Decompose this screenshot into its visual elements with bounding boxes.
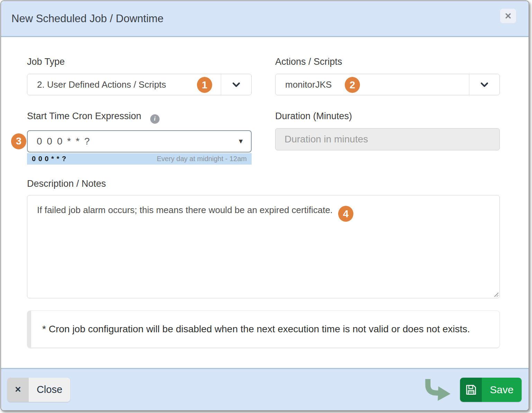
save-floppy-icon [465, 384, 477, 396]
dialog-title: New Scheduled Job / Downtime [11, 12, 163, 25]
duration-label: Duration (Minutes) [275, 111, 500, 122]
cron-hint-expression: 0 0 0 * * ? [32, 155, 66, 163]
job-type-label: Job Type [27, 56, 252, 67]
cron-note-text: * Cron job configuration will be disable… [42, 324, 470, 335]
dialog-header: New Scheduled Job / Downtime ✕ [1, 1, 529, 37]
chevron-down-icon [232, 80, 241, 89]
description-text: If failed job alarm occurs; this means t… [37, 205, 333, 215]
job-type-caret-segment[interactable] [221, 74, 251, 95]
job-type-value: 2. User Defined Actions / Scripts [27, 79, 166, 90]
duration-field: Duration (Minutes) [275, 111, 500, 165]
actions-scripts-field: Actions / Scripts monitorJKS 2 [275, 56, 500, 95]
info-icon[interactable]: i [150, 114, 160, 124]
curved-arrow-icon [422, 377, 452, 402]
cron-label: Start Time Cron Expression [27, 111, 141, 121]
close-x-icon: ✕ [7, 378, 29, 402]
cron-expression-input[interactable] [27, 130, 252, 152]
step-badge-4: 4 [338, 206, 353, 222]
actions-scripts-label: Actions / Scripts [275, 56, 500, 67]
job-type-select[interactable]: 2. User Defined Actions / Scripts 1 [27, 74, 252, 95]
job-type-field: Job Type 2. User Defined Actions / Scrip… [27, 56, 252, 95]
actions-scripts-select[interactable]: monitorJKS 2 [275, 74, 500, 95]
description-textarea[interactable]: If failed job alarm occurs; this means t… [27, 195, 500, 298]
cron-input-wrap: 3 ▼ [27, 130, 252, 152]
save-button[interactable]: Save [460, 378, 522, 402]
chevron-down-icon [480, 80, 489, 89]
step-badge-1: 1 [197, 77, 212, 93]
dialog-footer: ✕ Close Save [1, 368, 529, 410]
actions-scripts-value: monitorJKS [276, 79, 332, 90]
step-badge-2: 2 [345, 77, 360, 93]
cron-field: Start Time Cron Expression i 3 ▼ 0 0 0 *… [27, 111, 252, 165]
step-badge-3: 3 [11, 133, 26, 149]
cron-note-box: * Cron job configuration will be disable… [27, 310, 500, 348]
new-scheduled-job-dialog: New Scheduled Job / Downtime ✕ Job Type … [0, 0, 529, 411]
save-button-label: Save [482, 378, 522, 402]
close-button-label: Close [29, 378, 70, 402]
close-button[interactable]: ✕ Close [7, 378, 70, 402]
actions-scripts-caret-segment[interactable] [469, 74, 499, 95]
close-icon: ✕ [505, 11, 512, 21]
dialog-close-button[interactable]: ✕ [500, 9, 516, 23]
duration-input [275, 128, 500, 150]
cron-hint-description: Every day at midnight - 12am [157, 155, 247, 163]
resize-grip[interactable] [493, 292, 498, 297]
description-label: Description / Notes [27, 178, 500, 189]
description-section: Description / Notes If failed job alarm … [27, 178, 500, 298]
cron-hint-bar[interactable]: 0 0 0 * * ? Every day at midnight - 12am [27, 153, 252, 165]
dialog-body: Job Type 2. User Defined Actions / Scrip… [1, 37, 529, 348]
